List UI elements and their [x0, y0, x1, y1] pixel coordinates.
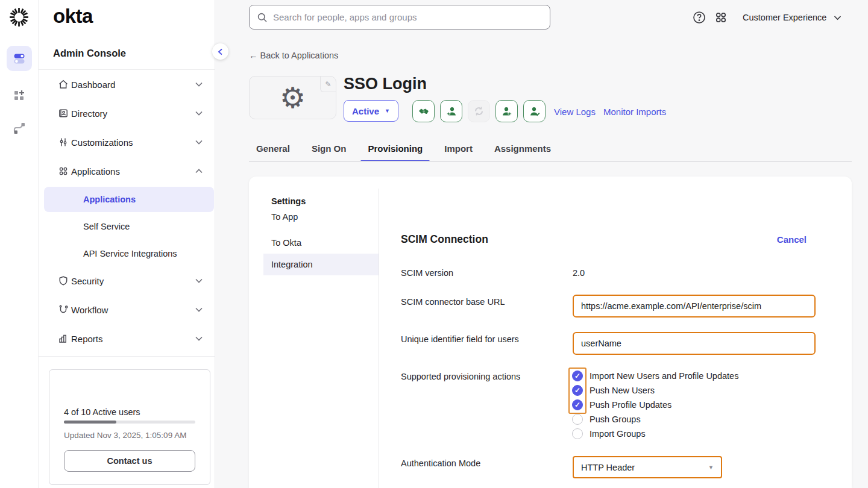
icon-rail — [0, 0, 39, 488]
shield-icon — [58, 275, 69, 286]
assign-user-button[interactable] — [440, 100, 462, 122]
sync-button-disabled[interactable] — [468, 100, 490, 122]
status-label: Active — [352, 106, 379, 116]
checkbox[interactable] — [572, 399, 583, 410]
edit-logo-button[interactable]: ✎ — [320, 77, 336, 92]
checkbox[interactable] — [572, 428, 583, 439]
unique-id-label: Unique identifier field for users — [401, 334, 519, 344]
tab-import[interactable]: Import — [444, 143, 473, 162]
sidebar-item-applications[interactable]: Applications — [39, 157, 215, 186]
active-users-count: 4 of 10 Active users — [64, 407, 140, 417]
collapse-sidebar-button[interactable] — [212, 43, 228, 60]
rail-item-add-apps[interactable] — [7, 83, 32, 108]
toggles-icon — [12, 51, 27, 66]
tab-assignments[interactable]: Assignments — [494, 143, 551, 162]
cancel-button[interactable]: Cancel — [777, 234, 807, 245]
search-input[interactable] — [273, 12, 542, 22]
app-tabs: General Sign On Provisioning Import Assi… — [249, 143, 551, 162]
action-push-groups: Push Groups — [572, 414, 641, 425]
checkbox[interactable] — [572, 385, 583, 396]
confirm-user-button[interactable] — [523, 100, 546, 122]
scim-version-value: 2.0 — [573, 268, 585, 278]
tabs-divider — [249, 161, 852, 162]
app-logo-tile: ⚙ ✎ — [249, 76, 336, 119]
nav-item-integration[interactable]: Integration — [263, 254, 379, 275]
okta-wordmark: okta — [53, 5, 93, 28]
sidebar-divider — [39, 356, 215, 357]
person-add-left-icon — [445, 105, 458, 117]
chevron-down-icon — [195, 82, 203, 87]
okta-spinner-logo — [8, 6, 30, 28]
action-push-new-users: Push New Users — [572, 385, 655, 396]
person-check-icon — [529, 105, 541, 117]
handshake-icon — [418, 105, 430, 117]
scim-version-label: SCIM version — [401, 268, 453, 278]
account-name: Customer Experience — [743, 13, 826, 22]
help-icon[interactable] — [693, 11, 706, 24]
sidebar-item-directory[interactable]: Directory — [39, 99, 215, 128]
tab-provisioning[interactable]: Provisioning — [368, 143, 423, 162]
panel-vertical-divider — [379, 189, 379, 488]
sidebar-item-security[interactable]: Security — [39, 266, 215, 295]
app-status-dropdown[interactable]: Active ▼ — [344, 100, 398, 122]
person-add-icon — [501, 105, 513, 117]
chevron-down-icon — [195, 307, 203, 312]
console-title: Admin Console — [53, 48, 126, 59]
sidebar-item-workflow[interactable]: Workflow — [39, 295, 215, 324]
tab-sign-on[interactable]: Sign On — [312, 143, 347, 162]
rail-item-workflows[interactable] — [7, 116, 32, 141]
sidebar-item-customizations[interactable]: Customizations — [39, 128, 215, 157]
contact-us-button[interactable]: Contact us — [64, 450, 195, 472]
caret-down-icon: ▼ — [708, 465, 714, 471]
chevron-down-icon — [195, 336, 203, 341]
nav-item-to-app[interactable]: To App — [263, 206, 379, 228]
sliders-icon — [58, 137, 69, 148]
rail-item-admin-console[interactable] — [7, 46, 32, 71]
base-url-label: SCIM connector base URL — [401, 297, 505, 307]
search-icon — [257, 12, 268, 23]
global-search — [249, 5, 550, 30]
view-logs-link[interactable]: View Logs — [554, 107, 596, 117]
chevron-down-icon — [195, 140, 203, 145]
usage-updated-timestamp: Updated Nov 3, 2025, 1:05:09 AM — [64, 431, 186, 440]
chevron-down-icon — [834, 15, 841, 20]
action-import-new-users: Import New Users and Profile Updates — [572, 371, 738, 381]
apps-add-icon — [12, 89, 27, 103]
checkbox[interactable] — [572, 371, 583, 381]
sidebar-subitem-applications[interactable]: Applications — [44, 187, 214, 212]
settings-nav-header: Settings — [271, 196, 306, 206]
active-users-progress-fill — [64, 421, 116, 424]
okta-admin-console: okta Admin Console Dashboard Directory C… — [0, 0, 868, 488]
scim-connection-title: SCIM Connection — [401, 233, 488, 246]
sidebar-subitem-self-service[interactable]: Self Service — [44, 214, 214, 239]
back-to-applications-link[interactable]: ← Back to Applications — [249, 51, 338, 60]
chevron-down-icon — [195, 278, 203, 283]
checkbox[interactable] — [572, 414, 583, 425]
assign-to-people-button[interactable] — [412, 100, 435, 122]
bar-chart-icon — [58, 333, 69, 344]
sidebar-subitem-api-service-integrations[interactable]: API Service Integrations — [44, 241, 214, 266]
provisioning-card: Settings To App To Okta Integration SCIM… — [249, 177, 852, 488]
nav-item-to-okta[interactable]: To Okta — [263, 232, 379, 254]
account-menu[interactable]: Customer Experience — [743, 13, 841, 22]
sidebar-item-dashboard[interactable]: Dashboard — [39, 70, 215, 99]
app-switcher-icon[interactable] — [714, 11, 728, 24]
base-url-input[interactable] — [573, 295, 816, 318]
workflow-icon — [58, 304, 69, 315]
app-title: SSO Login — [344, 75, 427, 93]
chevron-left-icon — [218, 48, 223, 55]
chevron-up-icon — [195, 169, 203, 174]
auth-mode-label: Authentication Mode — [401, 458, 480, 468]
provision-user-button[interactable] — [495, 100, 518, 122]
unique-id-input[interactable] — [573, 332, 816, 355]
active-users-progress — [64, 421, 195, 424]
pencil-icon: ✎ — [325, 80, 331, 89]
auth-mode-select[interactable]: HTTP Header ▼ — [573, 456, 722, 478]
action-push-profile-updates: Push Profile Updates — [572, 399, 671, 410]
directory-card-icon — [58, 108, 69, 119]
chevron-down-icon — [195, 111, 203, 116]
sidebar: okta Admin Console Dashboard Directory C… — [39, 0, 215, 488]
tab-general[interactable]: General — [256, 143, 290, 162]
sidebar-item-reports[interactable]: Reports — [39, 324, 215, 353]
monitor-imports-link[interactable]: Monitor Imports — [603, 107, 666, 117]
